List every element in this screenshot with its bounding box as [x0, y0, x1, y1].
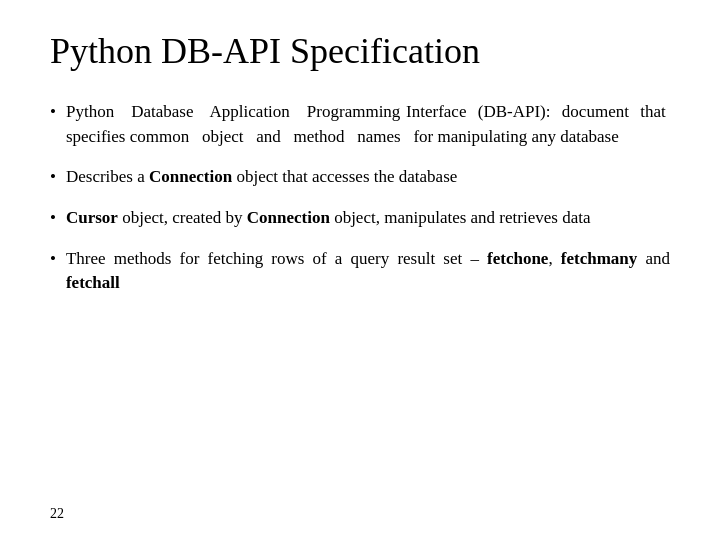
bullet-text: Three methods for fetching rows of a que… [66, 247, 670, 296]
bold-text: Connection [149, 167, 232, 186]
list-item: • Describes a Connection object that acc… [50, 165, 670, 190]
slide-title: Python DB-API Specification [50, 30, 670, 72]
list-item: • Three methods for fetching rows of a q… [50, 247, 670, 296]
bullet-list: • Python Database Application Programmin… [50, 100, 670, 510]
bold-text: Connection [247, 208, 330, 227]
bullet-symbol: • [50, 247, 56, 272]
bullet-text: Cursor object, created by Connection obj… [66, 206, 670, 231]
slide: Python DB-API Specification • Python Dat… [0, 0, 720, 540]
bullet-text: Python Database Application Programming … [66, 100, 670, 149]
bold-text: fetchall [66, 273, 120, 292]
slide-number: 22 [50, 506, 64, 522]
bold-text: fetchone [487, 249, 548, 268]
bullet-text: Describes a Connection object that acces… [66, 165, 670, 190]
bullet-symbol: • [50, 206, 56, 231]
bold-text: Cursor [66, 208, 118, 227]
bullet-symbol: • [50, 100, 56, 125]
bold-text: fetchmany [561, 249, 637, 268]
bullet-symbol: • [50, 165, 56, 190]
list-item: • Cursor object, created by Connection o… [50, 206, 670, 231]
list-item: • Python Database Application Programmin… [50, 100, 670, 149]
